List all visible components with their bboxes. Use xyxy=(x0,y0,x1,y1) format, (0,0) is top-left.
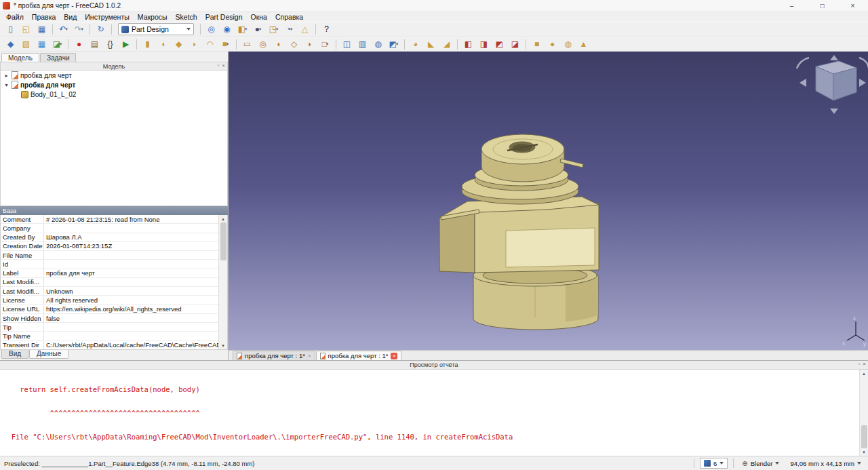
scrollbar-thumb[interactable] xyxy=(861,425,867,448)
menu-windows[interactable]: Окна xyxy=(247,13,271,21)
linear-pattern-icon[interactable]: ▥ xyxy=(355,38,370,51)
whats-this-icon[interactable]: ? xyxy=(319,23,334,36)
property-row-transient-dir[interactable]: Transient Dir C:/Users/rbt/AppData/Local… xyxy=(1,341,218,349)
chevron-down-icon[interactable]: ▾ xyxy=(81,26,83,32)
workbench-selector[interactable]: Part Design xyxy=(118,23,194,35)
property-row-file-name[interactable]: File Name xyxy=(1,251,218,260)
navcube-arrow-up[interactable] xyxy=(830,55,838,60)
macro-record-icon[interactable]: ● xyxy=(72,38,86,51)
hole-icon[interactable]: ◎ xyxy=(256,38,270,51)
chevron-down-icon[interactable]: ▾ xyxy=(226,41,229,47)
chevron-down-icon[interactable]: ▾ xyxy=(396,41,398,47)
measure-icon[interactable]: △ xyxy=(298,23,312,36)
property-row-license-url[interactable]: License URL https://en.wikipedia.org/wik… xyxy=(1,305,218,314)
zoom-tools-icon[interactable]: ◔▾ xyxy=(282,23,296,36)
tree-item-document-2[interactable]: ▾ пробка для черт xyxy=(1,80,227,90)
scroll-up-icon[interactable]: ▲ xyxy=(221,215,225,222)
boolean-cut-icon[interactable]: ◨ xyxy=(477,38,491,51)
fit-all-icon[interactable]: ◎ xyxy=(204,23,218,36)
tree-item-body[interactable]: Body_01_L_02 xyxy=(1,90,227,99)
additive-loft-icon[interactable]: ◆ xyxy=(172,38,186,51)
menu-macros[interactable]: Макросы xyxy=(134,13,172,21)
save-icon[interactable]: ▦ xyxy=(35,23,49,36)
draw-style-icon[interactable]: ●▾ xyxy=(251,23,265,36)
close-tab-icon[interactable]: × xyxy=(308,353,311,359)
property-group-header[interactable]: База xyxy=(0,206,228,215)
pad-icon[interactable]: ▮ xyxy=(140,38,155,51)
property-row-tip[interactable]: Tip xyxy=(1,323,218,332)
property-row-show-hidden[interactable]: Show Hidden false xyxy=(1,314,218,323)
chevron-down-icon[interactable]: ▾ xyxy=(60,41,62,47)
pocket-icon[interactable]: ▭ xyxy=(240,38,254,51)
property-scrollbar[interactable]: ▲ ▼ xyxy=(218,215,227,349)
tab-tasks[interactable]: Задачи xyxy=(40,53,77,62)
navcube-arrow-left[interactable] xyxy=(800,79,806,87)
close-button[interactable]: × xyxy=(837,0,868,12)
revolution-icon[interactable]: ◖ xyxy=(156,38,170,51)
property-row-license[interactable]: License All rights reserved xyxy=(1,296,218,305)
subtractive-pipe-icon[interactable]: ◗ xyxy=(302,38,317,51)
expander-icon[interactable]: ▸ xyxy=(3,73,9,79)
primitive-cone-icon[interactable]: ▲ xyxy=(576,38,591,51)
float-panel-icon[interactable]: ▫ xyxy=(858,361,860,367)
navcube-arrow-right[interactable] xyxy=(859,79,866,87)
float-panel-icon[interactable]: ▫ xyxy=(217,62,219,68)
primitive-box-icon[interactable]: ■ xyxy=(530,38,544,51)
tab-model[interactable]: Модель xyxy=(1,53,39,62)
chevron-down-icon[interactable]: ▾ xyxy=(65,26,67,32)
map-sketch-icon[interactable]: ◪▾ xyxy=(50,38,64,51)
chevron-down-icon[interactable]: ▾ xyxy=(276,26,278,32)
view-dimension-indicator[interactable]: 94,06 mm x 44,13 mm xyxy=(787,458,864,469)
close-panel-icon[interactable]: × xyxy=(863,361,866,367)
aa-samples-selector[interactable]: 6 xyxy=(700,458,728,469)
edit-sketch-icon[interactable]: ▦ xyxy=(35,38,49,51)
subtractive-loft-icon[interactable]: ◇ xyxy=(287,38,301,51)
mirrored-icon[interactable]: ◫ xyxy=(340,38,354,51)
report-scrollbar[interactable]: ▲ ▼ xyxy=(859,370,868,456)
tab-view[interactable]: Вид xyxy=(1,350,28,359)
subtractive-primitives-icon[interactable]: □▾ xyxy=(318,38,332,51)
3d-model[interactable] xyxy=(439,134,599,330)
groove-icon[interactable]: ◖ xyxy=(271,38,285,51)
boolean-union-icon[interactable]: ◧ xyxy=(461,38,475,51)
chevron-down-icon[interactable]: ▾ xyxy=(326,41,328,47)
macro-edit-icon[interactable]: {} xyxy=(103,38,117,51)
property-row-label[interactable]: Label пробка для черт xyxy=(1,269,218,278)
menu-edit[interactable]: Правка xyxy=(28,13,60,21)
property-row-created-by[interactable]: Created By Шарова Л.А xyxy=(1,233,218,242)
primitive-sphere-icon[interactable]: ◍ xyxy=(561,38,575,51)
axonometric-view-icon[interactable]: ◧▾ xyxy=(235,23,250,36)
maximize-button[interactable]: □ xyxy=(807,0,837,12)
document-tab-2[interactable]: пробка для черт : 1* × xyxy=(316,351,402,360)
expander-icon[interactable]: ▾ xyxy=(3,82,9,88)
property-row-company[interactable]: Company xyxy=(1,224,218,233)
navcube-rotate-ccw[interactable] xyxy=(797,58,809,68)
chevron-down-icon[interactable]: ▾ xyxy=(245,26,247,32)
tab-data[interactable]: Данные xyxy=(29,350,68,359)
boolean-compound-icon[interactable]: ◪ xyxy=(508,38,522,51)
redo-icon[interactable]: ↷▾ xyxy=(72,23,86,36)
additive-pipe-icon[interactable]: ◗ xyxy=(187,38,201,51)
polar-pattern-icon[interactable]: ◍ xyxy=(371,38,385,51)
minimize-button[interactable]: – xyxy=(776,0,807,12)
fillet-icon[interactable]: ◕ xyxy=(408,38,422,51)
std-views-icon[interactable]: ◳▾ xyxy=(267,23,281,36)
navcube-arrow-down[interactable] xyxy=(830,109,838,114)
property-row-creation-date[interactable]: Creation Date 2026-01-08T14:23:15Z xyxy=(1,242,218,251)
new-document-icon[interactable]: ▯ xyxy=(3,23,18,36)
open-folder-icon[interactable]: ◱ xyxy=(19,23,33,36)
macro-execute-icon[interactable]: ▶ xyxy=(119,38,133,51)
scroll-up-icon[interactable]: ▲ xyxy=(862,370,866,377)
create-body-icon[interactable]: ◆ xyxy=(3,38,18,51)
macros-dialog-icon[interactable]: ▤ xyxy=(87,38,102,51)
draft-icon[interactable]: ◢ xyxy=(439,38,454,51)
property-row-tip-name[interactable]: Tip Name xyxy=(1,332,218,340)
scroll-down-icon[interactable]: ▼ xyxy=(862,448,866,456)
menu-tools[interactable]: Инструменты xyxy=(81,13,133,21)
refresh-icon[interactable]: ↻ xyxy=(94,23,108,36)
property-row-last-modified-date[interactable]: Last Modifi... Unknown xyxy=(1,287,218,296)
tree-item-document-1[interactable]: ▸ пробка для черт xyxy=(1,71,227,80)
property-row-last-modified-by[interactable]: Last Modifi... xyxy=(1,278,218,287)
undo-icon[interactable]: ↶▾ xyxy=(56,23,71,36)
menu-sketch[interactable]: Sketch xyxy=(172,13,201,21)
